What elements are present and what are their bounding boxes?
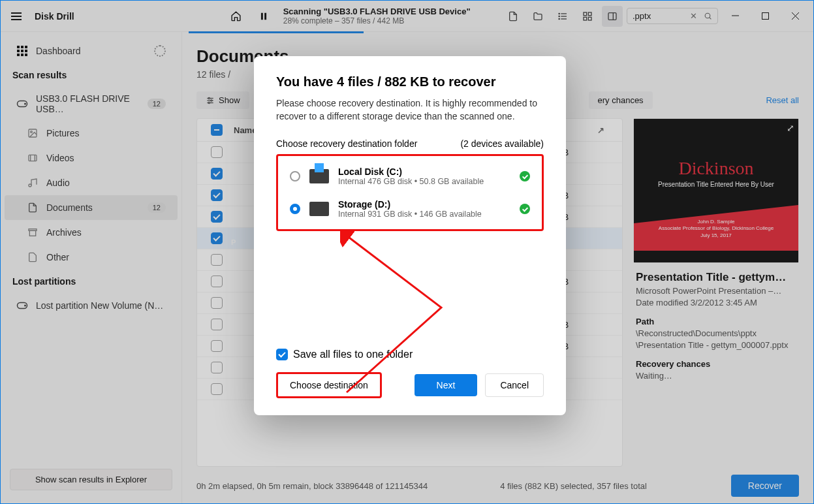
- device-local-disk-c[interactable]: Local Disk (C:) Internal 476 GB disk • 5…: [278, 160, 542, 193]
- status-ok-icon: [520, 204, 530, 214]
- device-list: Local Disk (C:) Internal 476 GB disk • 5…: [276, 154, 544, 231]
- recovery-destination-modal: You have 4 files / 882 KB to recover Ple…: [254, 56, 566, 415]
- cancel-button[interactable]: Cancel: [485, 373, 544, 397]
- save-all-label: Save all files to one folder: [293, 349, 413, 360]
- device-storage-d[interactable]: Storage (D:) Internal 931 GB disk • 146 …: [278, 193, 542, 225]
- radio-selected[interactable]: [290, 204, 300, 214]
- choose-destination-button[interactable]: Choose destination: [276, 372, 382, 398]
- device-title: Local Disk (C:): [338, 166, 484, 177]
- device-title: Storage (D:): [338, 199, 482, 210]
- save-all-checkbox[interactable]: [276, 349, 288, 360]
- next-button[interactable]: Next: [415, 374, 478, 396]
- modal-description: Please choose recovery destination. It i…: [276, 97, 544, 123]
- choose-folder-label: Choose recovery destination folder: [276, 138, 417, 149]
- disk-icon: [309, 169, 329, 183]
- radio-unselected[interactable]: [290, 171, 300, 181]
- status-ok-icon: [520, 171, 530, 181]
- device-sub: Internal 931 GB disk • 146 GB available: [338, 210, 482, 219]
- device-sub: Internal 476 GB disk • 50.8 GB available: [338, 177, 484, 186]
- disk-icon: [309, 202, 329, 216]
- devices-available-label: (2 devices available): [460, 138, 544, 149]
- modal-title: You have 4 files / 882 KB to recover: [276, 74, 544, 89]
